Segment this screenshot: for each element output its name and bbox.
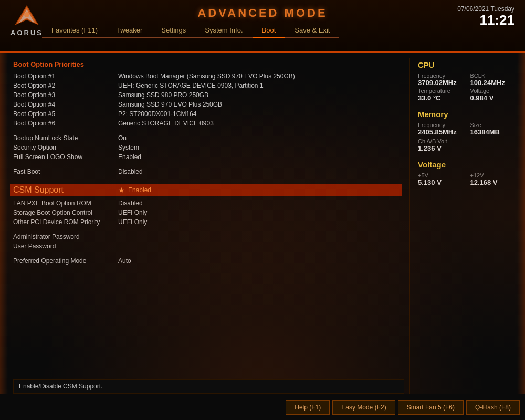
mem-volt-label: Ch A/B Volt [418, 138, 517, 144]
footer: Help (F1)Easy Mode (F2)Smart Fan 5 (F6)Q… [0, 394, 525, 420]
boot-option-label: Boot Option #6 [13, 120, 118, 127]
mem-volt-value: 1.236 V [418, 144, 517, 152]
password-list: Administrator PasswordUser Password [13, 232, 399, 251]
boot-option-row[interactable]: Boot Option #5P2: ST2000DX001-1CM164 [13, 109, 399, 119]
v12-value: 12.168 V [470, 178, 518, 186]
cpu-frequency-label-cell: Frequency 3709.02MHz [418, 72, 465, 87]
csm-row[interactable]: CSM Support ★ Enabled [10, 184, 402, 196]
boot-setting-row[interactable]: Bootup NumLock StateOn [13, 133, 399, 143]
boot-option-value: Generic STORAGE DEVICE 0903 [118, 120, 399, 127]
boot-settings-list: Bootup NumLock StateOnSecurity OptionSys… [13, 133, 399, 162]
nav-item-settings[interactable]: Settings [152, 24, 195, 36]
boot-setting-label: Full Screen LOGO Show [13, 153, 118, 161]
boot-option-row[interactable]: Boot Option #1Windows Boot Manager (Sams… [13, 71, 399, 81]
svg-point-3 [24, 12, 29, 17]
boot-option-row[interactable]: Boot Option #6Generic STORAGE DEVICE 090… [13, 119, 399, 128]
v12-label: +12V [470, 172, 518, 178]
rom-setting-label: LAN PXE Boot Option ROM [13, 200, 118, 207]
boot-option-value: UEFI: Generic STORAGE DEVICE 0903, Parti… [118, 82, 399, 89]
preferred-os-row[interactable]: Preferred Operating Mode Auto [13, 256, 399, 266]
nav-item-save---exit[interactable]: Save & Exit [285, 24, 339, 36]
right-panel: CPU Frequency 3709.02MHz BCLK 100.24MHz … [410, 58, 525, 394]
boot-setting-row[interactable]: Security OptionSystem [13, 143, 399, 152]
password-row[interactable]: Administrator Password [13, 232, 399, 242]
boot-setting-label: Security Option [13, 144, 118, 151]
rom-setting-row[interactable]: LAN PXE Boot Option ROMDisabled [13, 198, 399, 208]
boot-option-row[interactable]: Boot Option #3Samsung SSD 980 PRO 250GB [13, 90, 399, 100]
cpu-bclk-cell: BCLK 100.24MHz [470, 72, 518, 87]
cpu-frequency-value: 3709.02MHz [418, 79, 465, 87]
boot-setting-label: Bootup NumLock State [13, 134, 118, 142]
nav-item-system-info-[interactable]: System Info. [195, 24, 252, 36]
cpu-voltage-cell: Voltage 0.984 V [470, 88, 518, 102]
preferred-os-value: Auto [118, 257, 399, 265]
csm-label: CSM Support [13, 185, 118, 195]
rom-setting-value: UEFI Only [118, 209, 399, 216]
boot-setting-value: On [118, 134, 399, 142]
memory-title: Memory [418, 110, 517, 119]
password-row[interactable]: User Password [13, 242, 399, 251]
main-layout: Boot Option Priorities Boot Option #1Win… [0, 52, 525, 394]
footer-btn-smart-fan-5--f6-[interactable]: Smart Fan 5 (F6) [398, 400, 464, 415]
rom-setting-label: Storage Boot Option Control [13, 209, 118, 216]
rom-setting-value: UEFI Only [118, 218, 399, 226]
page-title: ADVANCED MODE [0, 0, 525, 20]
boot-option-row[interactable]: Boot Option #2UEFI: Generic STORAGE DEVI… [13, 81, 399, 90]
mem-volt-single: Ch A/B Volt 1.236 V [418, 138, 517, 152]
cpu-section: CPU Frequency 3709.02MHz BCLK 100.24MHz … [418, 60, 517, 102]
cpu-frequency-label: Frequency [418, 72, 465, 79]
boot-option-value: Samsung SSD 980 PRO 250GB [118, 91, 399, 99]
csm-value: Enabled [128, 186, 151, 194]
v12-cell: +12V 12.168 V [470, 172, 518, 186]
nav-bar: Favorites (F11)TweakerSettingsSystem Inf… [0, 24, 525, 36]
memory-section: Memory Frequency 2405.85MHz Size 16384MB… [418, 110, 517, 152]
boot-setting-value: Enabled [118, 153, 399, 161]
preferred-os-label: Preferred Operating Mode [13, 257, 118, 265]
rom-setting-row[interactable]: Storage Boot Option ControlUEFI Only [13, 208, 399, 217]
boot-setting-row[interactable]: Full Screen LOGO ShowEnabled [13, 152, 399, 162]
footer-btn-help--f1-[interactable]: Help (F1) [286, 400, 330, 415]
header: ADVANCED MODE AORUS 07/06/2021 Tuesday 1… [0, 0, 525, 52]
time-display: 11:21 [457, 13, 514, 28]
boot-option-row[interactable]: Boot Option #4Samsung SSD 970 EVO Plus 2… [13, 100, 399, 109]
aorus-logo-icon [14, 4, 40, 28]
boot-option-value: Samsung SSD 970 EVO Plus 250GB [118, 101, 399, 108]
footer-btn-q-flash--f8-[interactable]: Q-Flash (F8) [466, 400, 520, 415]
rom-setting-row[interactable]: Other PCI Device ROM PriorityUEFI Only [13, 217, 399, 227]
boot-option-label: Boot Option #2 [13, 82, 118, 89]
logo: AORUS [10, 4, 43, 37]
nav-item-boot[interactable]: Boot [253, 24, 286, 36]
date-display: 07/06/2021 Tuesday [457, 5, 514, 13]
footer-btn-easy-mode--f2-[interactable]: Easy Mode (F2) [332, 400, 395, 415]
cpu-temp-cell: Temperature 33.0 °C [418, 88, 465, 102]
datetime: 07/06/2021 Tuesday 11:21 [457, 5, 514, 28]
nav-item-favorites--f11-[interactable]: Favorites (F11) [42, 24, 107, 36]
rom-setting-label: Other PCI Device ROM Priority [13, 218, 118, 226]
fast-boot-row[interactable]: Fast Boot Disabled [13, 167, 399, 176]
csm-star-icon: ★ [118, 186, 125, 194]
logo-text: AORUS [10, 29, 43, 37]
cpu-temp-label: Temperature [418, 88, 465, 94]
mem-freq-value: 2405.85MHz [418, 128, 465, 136]
boot-option-label: Boot Option #1 [13, 72, 118, 80]
boot-option-value: P2: ST2000DX001-1CM164 [118, 110, 399, 118]
cpu-voltage-label: Voltage [470, 88, 518, 94]
rom-settings-list: LAN PXE Boot Option ROMDisabledStorage B… [13, 198, 399, 227]
password-label: Administrator Password [13, 233, 118, 240]
v5-cell: +5V 5.130 V [418, 172, 465, 186]
mem-size-cell: Size 16384MB [470, 122, 518, 136]
mem-size-label: Size [470, 122, 518, 128]
voltage-section: Voltage +5V 5.130 V +12V 12.168 V [418, 160, 517, 186]
nav-item-tweaker[interactable]: Tweaker [107, 24, 152, 36]
rom-setting-value: Disabled [118, 200, 399, 207]
voltage-title: Voltage [418, 160, 517, 169]
boot-option-label: Boot Option #3 [13, 91, 118, 99]
fast-boot-value: Disabled [118, 168, 399, 175]
cpu-title: CPU [418, 60, 517, 69]
v5-label: +5V [418, 172, 465, 178]
mem-size-value: 16384MB [470, 128, 518, 136]
boot-option-label: Boot Option #5 [13, 110, 118, 118]
cpu-voltage-value: 0.984 V [470, 94, 518, 102]
cpu-bclk-label: BCLK [470, 72, 518, 79]
v5-value: 5.130 V [418, 178, 465, 186]
